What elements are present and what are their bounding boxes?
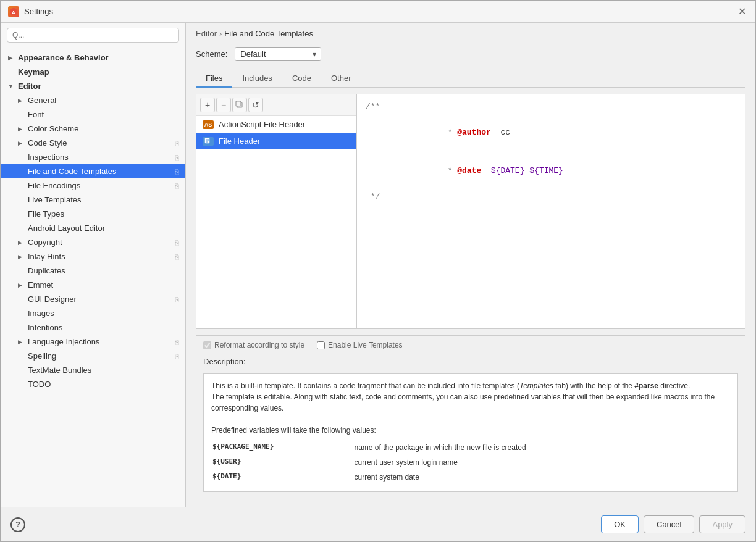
sidebar-item-images[interactable]: ▶ Images — [1, 306, 185, 320]
reformat-label: Reformat according to style — [214, 341, 304, 349]
scheme-label: Scheme: — [196, 49, 227, 59]
sidebar-item-label: Font — [28, 110, 44, 119]
sidebar-item-label: Keymap — [18, 67, 49, 77]
sidebar-item-textmate-bundles[interactable]: ▶ TextMate Bundles — [1, 363, 185, 377]
reset-template-button[interactable]: ↺ — [248, 98, 263, 112]
sidebar-item-label: Intentions — [28, 323, 62, 332]
remove-template-button[interactable]: − — [216, 98, 231, 112]
sidebar-item-font[interactable]: ▶ Font — [1, 107, 185, 122]
search-input[interactable] — [7, 28, 179, 43]
sidebar-item-code-style[interactable]: ▶ Code Style ⎘ — [1, 136, 185, 150]
sidebar-item-label: Images — [28, 309, 54, 318]
sidebar-item-file-encodings[interactable]: ▶ File Encodings ⎘ — [1, 178, 185, 193]
close-button[interactable]: ✕ — [736, 6, 748, 18]
help-button[interactable]: ? — [10, 517, 25, 532]
sidebar-item-duplicates[interactable]: ▶ Duplicates — [1, 264, 185, 278]
copy-icon: ⎘ — [175, 140, 179, 147]
code-keyword-author: @author — [457, 128, 491, 137]
sidebar-item-keymap[interactable]: ▶ Keymap — [1, 65, 185, 79]
copy-icon: ⎘ — [175, 168, 179, 175]
ok-button[interactable]: OK — [601, 515, 639, 533]
sidebar-item-label: File Encodings — [28, 181, 80, 190]
live-templates-checkbox[interactable] — [317, 341, 325, 349]
variable-description: name of the package in which the new fil… — [354, 441, 729, 454]
expand-icon: ▶ — [18, 282, 25, 288]
sidebar-item-android-layout-editor[interactable]: ▶ Android Layout Editor — [1, 221, 185, 235]
reformat-checkbox[interactable] — [203, 341, 211, 349]
code-var-time: ${TIME} — [529, 166, 563, 175]
sidebar-item-copyright[interactable]: ▶ Copyright ⎘ — [1, 235, 185, 249]
sidebar-item-general[interactable]: ▶ General — [1, 93, 185, 107]
tab-files[interactable]: Files — [196, 70, 232, 88]
sidebar-item-language-injections[interactable]: ▶ Language Injections ⎘ — [1, 335, 185, 349]
code-author-value: cc — [491, 128, 510, 137]
description-box: This is a built-in template. It contains… — [203, 373, 738, 492]
sidebar-item-emmet[interactable]: ▶ Emmet — [1, 278, 185, 292]
sidebar-item-label: Duplicates — [28, 266, 65, 275]
sidebar-item-label: File and Code Templates — [28, 167, 117, 176]
variable-description: current system date — [354, 470, 729, 484]
scheme-select[interactable]: Default Project — [235, 47, 321, 61]
sidebar-item-label: Spelling — [28, 351, 56, 361]
live-templates-checkbox-label[interactable]: Enable Live Templates — [317, 341, 403, 349]
copy-icon: ⎘ — [175, 338, 179, 346]
sidebar-item-live-templates[interactable]: ▶ Live Templates — [1, 193, 185, 207]
tab-includes[interactable]: Includes — [232, 70, 282, 88]
description-label: Description: — [203, 354, 738, 369]
template-list-panel: + − ↺ AS — [196, 94, 357, 328]
title-bar-left: A Settings — [8, 6, 53, 17]
variable-description: current user system login name — [354, 456, 729, 469]
tab-other[interactable]: Other — [321, 70, 361, 88]
scheme-row: Scheme: Default Project — [196, 44, 746, 64]
sidebar-item-label: Inspections — [28, 152, 69, 162]
tabs-bar: Files Includes Code Other — [196, 70, 746, 88]
sidebar-item-file-types[interactable]: ▶ File Types — [1, 207, 185, 221]
sidebar-item-editor[interactable]: ▼ Editor — [1, 79, 185, 93]
sidebar-item-appearance[interactable]: ▶ Appearance & Behavior — [1, 51, 185, 65]
expand-icon: ▶ — [18, 98, 25, 104]
sidebar-item-label: TextMate Bundles — [28, 365, 91, 375]
expand-icon: ▶ — [18, 126, 25, 132]
code-var-date: ${DATE} — [491, 166, 525, 175]
reformat-checkbox-label[interactable]: Reformat according to style — [203, 341, 304, 349]
expand-icon: ▶ — [18, 140, 25, 146]
content-area: ▶ Appearance & Behavior ▶ Keymap ▼ Edito… — [1, 23, 755, 507]
cancel-button[interactable]: Cancel — [644, 515, 694, 533]
sidebar-item-file-and-code-templates[interactable]: ▶ File and Code Templates ⎘ — [1, 164, 185, 178]
variable-name: ${PACKAGE_NAME} — [212, 441, 353, 454]
add-template-button[interactable]: + — [200, 98, 215, 112]
expand-icon: ▶ — [18, 339, 25, 345]
variables-table: ${PACKAGE_NAME} name of the package in w… — [211, 440, 730, 485]
code-comment-star2: * — [443, 166, 457, 175]
variable-row: ${DATE} current system date — [212, 470, 729, 484]
copy-template-button[interactable] — [232, 98, 247, 112]
sidebar-item-color-scheme[interactable]: ▶ Color Scheme — [1, 122, 185, 136]
sidebar-item-intentions[interactable]: ▶ Intentions — [1, 320, 185, 335]
expand-icon: ▼ — [8, 83, 15, 90]
sidebar-item-gui-designer[interactable]: ▶ GUI Designer ⎘ — [1, 292, 185, 306]
code-area[interactable]: /** * @author cc * @date ${DATE} ${TIME}… — [357, 94, 745, 328]
apply-button[interactable]: Apply — [699, 515, 746, 533]
tab-code[interactable]: Code — [282, 70, 321, 88]
sidebar: ▶ Appearance & Behavior ▶ Keymap ▼ Edito… — [1, 23, 186, 507]
sidebar-item-spelling[interactable]: ▶ Spelling ⎘ — [1, 349, 185, 363]
template-item-as-file-header[interactable]: AS ActionScript File Header — [196, 116, 356, 133]
sidebar-item-todo[interactable]: ▶ TODO — [1, 377, 185, 391]
variable-name: ${DATE} — [212, 470, 353, 484]
sidebar-item-inlay-hints[interactable]: ▶ Inlay Hints ⎘ — [1, 249, 185, 264]
sidebar-item-inspections[interactable]: ▶ Inspections ⎘ — [1, 150, 185, 164]
template-item-label: File Header — [219, 136, 260, 146]
svg-rect-3 — [236, 101, 241, 106]
sidebar-item-label: General — [28, 96, 56, 105]
main-panel: Editor › File and Code Templates Scheme:… — [186, 23, 755, 507]
desc-italic-templates: Templates — [519, 381, 553, 390]
live-templates-label: Enable Live Templates — [328, 341, 403, 349]
scheme-select-wrapper: Default Project — [235, 47, 321, 61]
template-item-file-header[interactable]: File Header — [196, 133, 356, 149]
template-toolbar: + − ↺ — [196, 94, 356, 116]
app-icon: A — [8, 6, 19, 17]
copy-icon: ⎘ — [175, 352, 179, 360]
breadcrumb-parent[interactable]: Editor — [196, 29, 217, 38]
expand-icon: ▶ — [18, 254, 25, 260]
settings-content: Scheme: Default Project Files Includes C… — [186, 44, 755, 507]
